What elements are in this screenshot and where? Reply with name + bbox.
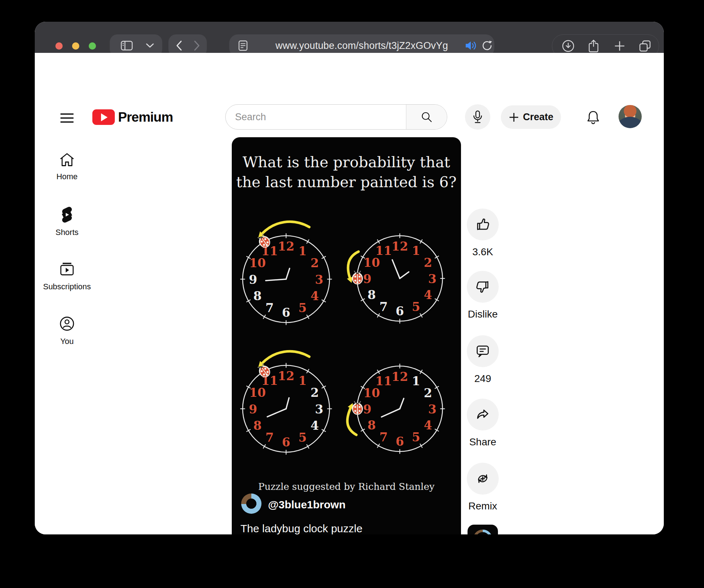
svg-text:1: 1 [412,244,420,258]
shorts-icon [59,207,75,223]
svg-text:3: 3 [315,273,323,287]
share-button[interactable] [467,399,499,430]
ladybug-direction-arrow [262,222,309,234]
svg-text:4: 4 [310,289,319,303]
mic-icon [471,110,484,124]
close-window-button[interactable] [55,42,63,50]
minimize-window-button[interactable] [72,42,79,50]
channel-handle[interactable]: @3blue1brown [268,499,345,511]
notifications-button[interactable] [585,110,601,128]
comments-button[interactable] [467,335,499,367]
video-title: The ladybug clock puzzle [240,522,363,534]
sidebar-item-label: Shorts [55,228,79,237]
svg-text:12: 12 [278,369,294,383]
safari-window: www.youtube.com/shorts/t3jZ2xGOvYg [35,22,664,534]
share-arrow-icon [475,407,491,423]
svg-text:11: 11 [375,244,392,258]
youtube-premium-logo[interactable]: Premium [92,109,173,125]
browser-titlebar: www.youtube.com/shorts/t3jZ2xGOvYg [35,22,664,53]
url-text: www.youtube.com/shorts/t3jZ2xGOvYg [276,40,448,51]
svg-text:12: 12 [391,239,408,253]
sidebar-item-you[interactable]: You [41,316,93,346]
home-icon [59,152,75,167]
you-icon [59,316,75,332]
create-button[interactable]: Create [501,105,561,129]
sidebar-item-label: Home [56,172,78,181]
sidebar-item-subscriptions[interactable]: Subscriptions [41,262,93,291]
account-avatar[interactable] [619,105,642,128]
sidebar-item-home[interactable]: Home [41,152,93,181]
channel-avatar[interactable] [241,494,261,514]
svg-text:2: 2 [424,386,432,400]
svg-text:8: 8 [368,418,376,432]
svg-text:12: 12 [278,239,294,253]
svg-text:1: 1 [412,374,420,388]
svg-text:5: 5 [298,301,307,315]
thumb-down-icon [475,279,491,295]
share-label: Share [454,436,512,448]
ladybug-icon [352,271,363,285]
svg-text:3: 3 [428,402,436,416]
bell-icon [585,110,601,126]
remix-icon [475,471,491,487]
guide-menu-button[interactable] [60,113,74,125]
svg-text:1: 1 [298,244,307,258]
search-button[interactable] [406,105,447,129]
svg-text:9: 9 [249,273,257,287]
screen: www.youtube.com/shorts/t3jZ2xGOvYg [0,0,704,588]
dislike-label: Dislike [454,308,512,320]
search-bar [225,104,447,130]
youtube-play-icon [92,109,115,125]
svg-text:8: 8 [253,419,262,433]
thumb-up-icon [475,217,491,232]
svg-text:12: 12 [391,370,408,384]
svg-text:8: 8 [368,288,376,302]
svg-text:2: 2 [310,386,319,400]
clock-1: 123456789101112 [240,222,332,325]
sidebar-item-label: You [60,337,74,346]
svg-text:3: 3 [428,272,436,286]
svg-text:5: 5 [412,430,420,444]
svg-text:3: 3 [315,402,323,416]
svg-text:7: 7 [380,300,388,314]
like-count: 3.6K [454,246,512,258]
svg-text:9: 9 [363,402,372,416]
svg-text:8: 8 [253,289,262,303]
channel-thumbnail-button[interactable] [468,525,498,534]
svg-text:9: 9 [363,272,372,286]
svg-text:7: 7 [265,430,274,445]
youtube-page: Premium Create Home [35,53,664,534]
svg-text:9: 9 [249,402,257,416]
svg-text:2: 2 [310,256,319,270]
svg-text:4: 4 [424,288,432,302]
clock-4: 123456789101112 [347,364,445,454]
svg-text:10: 10 [249,386,266,400]
svg-text:7: 7 [265,301,274,315]
logo-word: Premium [118,110,173,125]
svg-text:2: 2 [424,256,432,270]
subscriptions-icon [59,262,75,277]
dislike-button[interactable] [467,271,499,303]
search-icon [420,111,433,123]
svg-text:10: 10 [249,256,266,270]
puzzle-credit: Puzzle suggested by Richard Stanley [232,481,461,492]
svg-text:6: 6 [396,304,404,318]
remix-button[interactable] [467,463,499,495]
svg-text:6: 6 [282,306,290,320]
clock-2: 123456789101112 [347,234,445,324]
shorts-player[interactable]: What is the probability that the last nu… [232,137,461,534]
svg-text:5: 5 [298,430,307,445]
zoom-window-button[interactable] [89,42,96,50]
like-button[interactable] [467,209,499,240]
comment-icon [475,343,491,359]
svg-text:4: 4 [310,419,319,433]
search-input[interactable] [226,105,406,129]
plus-icon [508,112,519,123]
svg-text:6: 6 [396,434,404,449]
clocks-graphic: 1234567891011121234567891011121234567891… [232,137,461,534]
voice-search-button[interactable] [465,104,490,130]
sidebar-item-shorts[interactable]: Shorts [41,207,93,237]
remix-label: Remix [454,500,512,512]
ladybug-icon [352,401,363,415]
svg-text:6: 6 [282,435,290,449]
